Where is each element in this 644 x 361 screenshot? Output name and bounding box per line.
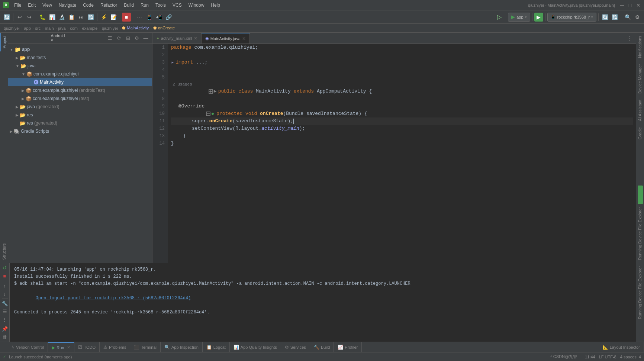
toolbar-step-btn[interactable]: ⏭: [77, 13, 86, 22]
sidebar-structure-label[interactable]: Structure: [1, 240, 7, 263]
menu-code[interactable]: Code: [80, 2, 97, 9]
status-spaces[interactable]: 4 spaces: 4: [620, 355, 641, 359]
logcat-link[interactable]: Open logcat panel for rockchip rk3568_r …: [36, 296, 191, 301]
run-rerun-btn[interactable]: ↺: [1, 265, 9, 271]
toolbar-analyze-btn[interactable]: 🔬: [57, 13, 66, 22]
project-hide-icon[interactable]: —: [142, 35, 149, 42]
import-fold-icon[interactable]: ▸: [171, 59, 174, 66]
device-manager-label[interactable]: Device Manager: [637, 61, 644, 97]
oncreate-run-icon[interactable]: ●: [211, 110, 214, 117]
toolbar-refresh-btn[interactable]: 🔄: [600, 13, 609, 22]
menu-window[interactable]: Window: [186, 2, 207, 9]
notifications-panel-label[interactable]: Notifications: [637, 33, 644, 61]
breadcrumb-com[interactable]: com: [70, 26, 78, 30]
tree-item-package-test[interactable]: ▶ 📦 com.example.qiuzhiyei (test): [8, 94, 152, 103]
tree-item-res-generated[interactable]: ▶ 📂 res (generated): [8, 119, 152, 127]
toolbar-settings-btn[interactable]: ⚙: [633, 13, 642, 22]
run-more-btn[interactable]: ⋮: [1, 316, 9, 323]
ai-assistant-label[interactable]: AI Assistant: [637, 97, 644, 124]
bottom-tab-profiler[interactable]: 📈 Profiler: [334, 342, 362, 352]
stop-button[interactable]: ■: [122, 13, 131, 22]
bottom-tab-app-inspection[interactable]: 🔍 App Inspection: [161, 342, 203, 352]
toolbar-apply-changes-btn[interactable]: ⚡: [99, 13, 108, 22]
status-git-icon[interactable]: ⑂ CSDN@九智—: [550, 354, 581, 360]
menu-navigate[interactable]: Navigate: [56, 2, 79, 9]
running-device-label[interactable]: Running Device File Explorer: [637, 204, 644, 263]
sidebar-project-label[interactable]: Project: [0, 33, 8, 51]
tab-close-java[interactable]: ✕: [242, 36, 246, 41]
app-dropdown[interactable]: ▶ app ▾: [508, 13, 530, 22]
menu-vcs[interactable]: VCS: [170, 2, 185, 9]
class-fold-icon[interactable]: [171, 80, 213, 103]
toolbar-btn-2[interactable]: 📱: [145, 13, 154, 22]
breadcrumb-example[interactable]: example: [82, 26, 98, 30]
maximize-button[interactable]: □: [628, 3, 633, 8]
menu-tools[interactable]: Tools: [152, 2, 169, 9]
layout-inspector-label[interactable]: 📐 Layout Inspector: [599, 342, 644, 352]
run-lines-btn[interactable]: ☰: [1, 308, 9, 315]
tab-close-xml[interactable]: ✕: [194, 36, 197, 41]
breadcrumb-qiuzhiyei[interactable]: qiuzhiyei: [102, 26, 118, 30]
menu-build[interactable]: Build: [121, 2, 137, 9]
breadcrumb-java[interactable]: java: [58, 26, 65, 30]
run-scroll-down[interactable]: ↓: [1, 290, 9, 297]
tabs-more-button[interactable]: ⋮: [624, 33, 636, 43]
bottom-tab-app-quality[interactable]: 📊 App Quality Insights: [230, 342, 281, 352]
minimize-button[interactable]: ─: [619, 3, 625, 8]
status-encoding[interactable]: LF UTF-8: [599, 355, 616, 359]
breadcrumb-oncreate[interactable]: ⬟ onCreate: [153, 26, 175, 30]
toolbar-btn-4[interactable]: 🔗: [164, 13, 173, 22]
toolbar-restart-btn[interactable]: 🔃: [86, 13, 95, 22]
project-collapse-icon[interactable]: ⊟: [125, 35, 131, 42]
run-tab-close-icon[interactable]: ✕: [67, 345, 70, 350]
tree-item-package-androidtest[interactable]: ▶ 📦 com.example.qiuzhiyei (androidTest): [8, 86, 152, 94]
bottom-tab-build[interactable]: 🔨 Build: [310, 342, 334, 352]
bottom-tab-todo[interactable]: ☑ TODO: [74, 342, 100, 352]
tree-item-res[interactable]: ▶ 📂 res: [8, 111, 152, 119]
bottom-tab-services[interactable]: ⚙ Services: [281, 342, 310, 352]
toolbar-sync-btn[interactable]: 🔄: [2, 13, 11, 22]
tree-item-gradle-scripts[interactable]: ▶ 🐘 Gradle Scripts: [8, 127, 152, 135]
tree-item-manifests[interactable]: ▶ 📂 manifests: [8, 54, 152, 62]
project-gear-icon[interactable]: ☰: [107, 35, 113, 42]
run-filter-btn[interactable]: 🔧: [1, 300, 9, 307]
breadcrumb-mainactivity[interactable]: ⬟ MainActivity: [122, 26, 149, 30]
toolbar-target-btn[interactable]: ▷: [495, 13, 504, 22]
run-button[interactable]: ▶: [534, 13, 543, 22]
tree-item-java-generated[interactable]: ▶ 📂 java (generated): [8, 103, 152, 111]
menu-run[interactable]: Run: [138, 2, 152, 9]
project-settings-icon[interactable]: ⚙: [133, 35, 140, 42]
tree-item-mainactivity[interactable]: 🅒 MainActivity: [8, 78, 152, 86]
toolbar-undo-btn[interactable]: ↩: [15, 13, 24, 22]
bottom-tab-terminal[interactable]: ⬛ Terminal: [130, 342, 161, 352]
breadcrumb-src[interactable]: src: [35, 26, 41, 30]
bottom-tab-run[interactable]: ▶ Run ✕: [48, 342, 74, 352]
run-trash-btn[interactable]: 🗑: [1, 334, 9, 340]
bottom-tab-logcat[interactable]: 📋 Logcat: [203, 342, 230, 352]
bottom-tab-problems[interactable]: ⚠ Problems: [100, 342, 130, 352]
project-android-dropdown[interactable]: Android ▾: [55, 35, 61, 42]
class-run-gutter[interactable]: ▶: [214, 88, 217, 95]
menu-view[interactable]: View: [39, 2, 55, 9]
toolbar-refresh2-btn[interactable]: 🔃: [610, 13, 619, 22]
menu-help[interactable]: Help: [208, 2, 223, 9]
tree-item-app[interactable]: ▼ 📁 app: [8, 45, 152, 54]
device-dropdown[interactable]: 📱 rockchip rk3568_r ▾: [547, 13, 596, 22]
toolbar-redo-btn[interactable]: ↪: [25, 13, 34, 22]
gradle-panel-label[interactable]: Gradle: [637, 124, 644, 142]
toolbar-profile-btn[interactable]: 📊: [48, 13, 57, 22]
toolbar-bug-btn[interactable]: 🐛: [38, 13, 47, 22]
toolbar-more-btn[interactable]: ⋯: [135, 13, 144, 22]
menu-edit[interactable]: Edit: [25, 2, 39, 9]
toolbar-apply-code-btn[interactable]: 📝: [109, 13, 118, 22]
run-pin-btn[interactable]: 📌: [1, 326, 9, 332]
menu-file[interactable]: File: [11, 2, 24, 9]
breadcrumb-app[interactable]: app: [24, 26, 30, 30]
toolbar-coverage-btn[interactable]: 📋: [67, 13, 76, 22]
run-stop-btn[interactable]: ■: [1, 273, 9, 279]
toolbar-btn-3[interactable]: 📲: [154, 13, 163, 22]
menu-refactor[interactable]: Refactor: [97, 2, 120, 9]
breadcrumb-project[interactable]: qiuzhiyei: [4, 26, 20, 30]
tree-item-package-main[interactable]: ▼ 📦 com.example.qiuzhiyei: [8, 70, 152, 78]
running-device-bottom-label[interactable]: Running Device File Explorer: [637, 263, 644, 322]
